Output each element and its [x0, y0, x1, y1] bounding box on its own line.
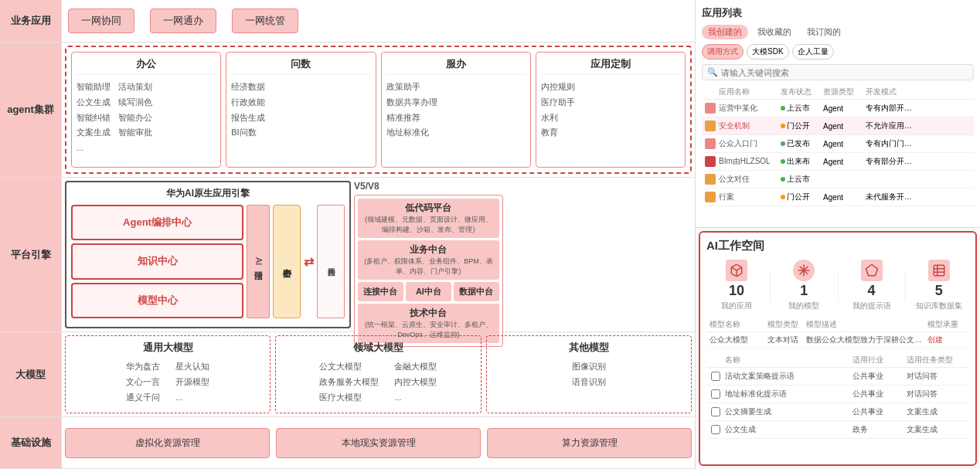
- row-mode: 专有内部开发界...: [866, 103, 916, 114]
- row-platform-content: 华为AI原生应用引擎 Agent编排中心 知识中心 模型中心 AI可信治理: [62, 178, 695, 331]
- ai-workspace-panel: AI工作空间 10 我的应用 1 我的模型: [699, 231, 977, 466]
- row-name: 运营中某化: [719, 103, 781, 114]
- stat-models: 1 我的模型: [774, 260, 834, 311]
- row-icon: [705, 121, 716, 131]
- platform-agent-item-0[interactable]: Agent编排中心: [71, 205, 243, 240]
- connector-gateway: 内外连接网关: [317, 205, 345, 318]
- agent-card-office-title: 办公: [77, 57, 216, 75]
- app-table-header: 应用名称 发布状态 资源类型 开发模式: [702, 85, 974, 100]
- row-business: 业务应用 一网协同 一网通办 一网统管: [0, 0, 695, 42]
- prompt-table-row[interactable]: 活动文案策略提示语 公共事业 对话问答: [706, 368, 969, 386]
- platform-right-box: 低代码平台 (领域建模、元数据、页面设计、微应用、编排构建、沙箱、发布、管理) …: [354, 195, 503, 347]
- tab-my-subscribed[interactable]: 我订阅的: [801, 25, 847, 39]
- other-model-content: 图像识别 语音识别: [492, 359, 686, 390]
- domain-model-title: 领域大模型: [281, 341, 475, 355]
- row-checkbox[interactable]: [711, 372, 720, 381]
- row-business-content: 一网协同 一网通办 一网统管: [62, 0, 695, 42]
- table-row[interactable]: BIm由HLZSOL 出来布 Agent 专有部分开发引叫...: [702, 153, 974, 171]
- row-icon: [705, 138, 716, 149]
- tab-my-favorite[interactable]: 我收藏的: [751, 25, 798, 39]
- asset-center[interactable]: 资产中心: [273, 205, 301, 318]
- model-table-header: 模型名称 模型类型 模型描述 模型承重: [706, 318, 969, 332]
- row-type: Agent: [823, 104, 866, 113]
- row-status: 上云市: [781, 103, 823, 114]
- data-platform: 数据中台: [454, 282, 499, 301]
- agent-card-custom-title: 应用定制: [541, 57, 680, 75]
- label-business: 业务应用: [0, 0, 62, 42]
- app-table-body: 运营中某化 上云市 Agent 专有内部开发界... 安全机制 门公开 Agen…: [702, 100, 974, 206]
- platform-agent-item-2[interactable]: 模型中心: [71, 283, 243, 318]
- stat-models-number: 1: [800, 283, 808, 299]
- tab-my-created[interactable]: 我创建的: [702, 25, 748, 39]
- col-mode: 开发模式: [866, 87, 916, 97]
- search-input[interactable]: [721, 68, 968, 77]
- row-name: 行案: [719, 192, 781, 202]
- model-table-row[interactable]: 公众大模型 文本对话 数据公众大模型致力于深耕公文领域，打造智能化... 创建: [706, 332, 969, 348]
- table-row[interactable]: 安全机制 门公开 Agent 不允许应用开发...: [702, 117, 974, 135]
- col-icon: [705, 87, 719, 97]
- table-row[interactable]: 行案 门公开 Agent 未代服务开发...: [702, 189, 974, 206]
- low-code-platform: 低代码平台 (领域建模、元数据、页面设计、微应用、编排构建、沙箱、发布、管理): [358, 199, 499, 238]
- platform-agent-item-1[interactable]: 知识中心: [71, 243, 243, 279]
- table-row[interactable]: 公文对任 上云市: [702, 171, 974, 189]
- label-infra: 基础设施: [0, 417, 62, 468]
- app-list-panel: 应用列表 我创建的 我收藏的 我订阅的 调用方式 大模SDK 企人工量 🔍 应用: [696, 0, 980, 228]
- row-bigmodel-content: 通用大模型 华为盘古 文心一言 通义千问 星火认知 开源模型 ...: [62, 332, 695, 416]
- stat-prompts: 4 我的提示语: [842, 260, 902, 311]
- row-mode: 未代服务开发...: [866, 192, 916, 202]
- row-name: 安全机制: [719, 121, 781, 131]
- table-row[interactable]: 运营中某化 上云市 Agent 专有内部开发界...: [702, 100, 974, 117]
- row-status: 上云市: [781, 174, 823, 185]
- row-mode: 专有内门门门开...: [866, 138, 916, 149]
- general-model-title: 通用大模型: [70, 341, 265, 355]
- filter-chip-0[interactable]: 调用方式: [702, 44, 744, 59]
- row-checkbox[interactable]: [711, 425, 720, 434]
- row-agent: agent集群 办公 智能助理 公文生成 智能纠错 文案生成: [0, 42, 695, 178]
- col-name: 应用名称: [719, 87, 781, 97]
- btn-yiwang-xietong[interactable]: 一网协同: [68, 8, 134, 33]
- label-platform: 平台引擎: [0, 178, 62, 331]
- ai-trust-tag: AI可信治理: [247, 205, 270, 318]
- filter-chip-1[interactable]: 大模SDK: [747, 44, 789, 59]
- row-status: 门公开: [781, 121, 823, 131]
- agent-card-office-content: 智能助理 公文生成 智能纠错 文案生成 ... 活动策划 续写润色 智能办公: [77, 80, 216, 156]
- row-status: 出来布: [781, 156, 823, 167]
- agent-card-query-content: 经济数据 行政效能 报告生成 BI问数: [231, 80, 370, 141]
- svg-rect-6: [934, 265, 944, 276]
- workspace-title: AI工作空间: [706, 239, 969, 253]
- btn-yiwang-tongban[interactable]: 一网通办: [150, 8, 216, 33]
- prompt-table-row[interactable]: 公文摘要生成 公共事业 文案生成: [706, 403, 969, 421]
- diamond-icon: [861, 260, 883, 281]
- row-checkbox[interactable]: [711, 407, 720, 416]
- stat-apps-label: 我的应用: [721, 301, 752, 311]
- prompt-table-row[interactable]: 地址标准化提示语 公共事业 对话问答: [706, 386, 969, 403]
- infra-item-0: 虚拟化资源管理: [65, 428, 270, 458]
- domain-model-section: 领域大模型 公文大模型 政务服务大模型 医疗大模型 金融大模型 内控大模型 ..…: [275, 335, 481, 413]
- stat-apps: 10 我的应用: [706, 260, 767, 311]
- row-checkbox[interactable]: [711, 389, 720, 399]
- row-status: 门公开: [781, 192, 823, 202]
- btn-yiwang-tongguan[interactable]: 一网统管: [232, 8, 298, 33]
- platform-left-title: 华为AI原生应用引擎: [71, 187, 345, 200]
- other-model-title: 其他模型: [492, 341, 686, 355]
- platform-agents-list: Agent编排中心 知识中心 模型中心: [71, 205, 243, 318]
- low-code-subtitle: (领域建模、元数据、页面设计、微应用、编排构建、沙箱、发布、管理): [362, 215, 495, 235]
- prompt-table-row[interactable]: 公文生成 政务 文案生成: [706, 421, 969, 439]
- label-agent: agent集群: [0, 42, 62, 177]
- other-model-section: 其他模型 图像识别 语音识别: [486, 335, 692, 413]
- business-platform-title: 业务中台: [362, 243, 495, 257]
- table-row[interactable]: 公众入口门 已发布 Agent 专有内门门门开...: [702, 135, 974, 153]
- domain-model-content: 公文大模型 政务服务大模型 医疗大模型 金融大模型 内控大模型 ...: [281, 359, 475, 405]
- agent-card-service-title: 服办: [386, 57, 526, 75]
- general-model-section: 通用大模型 华为盘古 文心一言 通义千问 星火认知 开源模型 ...: [65, 335, 271, 413]
- middle-platforms: 连接中台 AI中台 数据中台: [358, 282, 499, 301]
- agent-card-service: 服办 政策助手 数据共享办理 精准推荐 地址标准化: [381, 52, 531, 168]
- row-mode: 专有部分开发引叫...: [866, 156, 916, 167]
- row-name: 公文对任: [719, 174, 781, 185]
- stat-knowledge-number: 5: [935, 283, 943, 299]
- svg-marker-5: [866, 265, 877, 276]
- filter-chip-2[interactable]: 企人工量: [792, 44, 834, 59]
- v5v8-label: V5/V8: [354, 181, 503, 192]
- tech-platform-title: 技术中台: [362, 307, 495, 320]
- stat-prompts-label: 我的提示语: [852, 301, 891, 311]
